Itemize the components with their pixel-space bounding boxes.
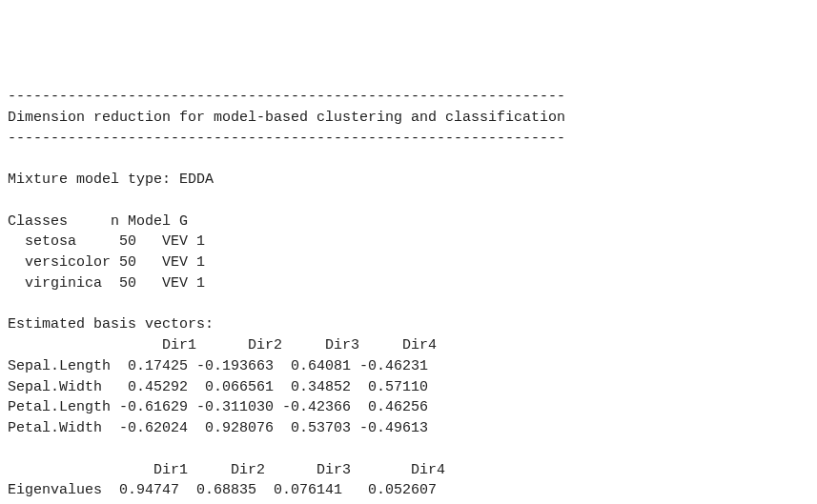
basis-label: Estimated basis vectors: (8, 316, 214, 333)
separator-line: ----------------------------------------… (8, 89, 565, 105)
separator-line: ----------------------------------------… (8, 131, 565, 147)
basis-dir-header: Dir1 Dir2 Dir3 Dir4 (8, 337, 437, 353)
console-output: ----------------------------------------… (8, 87, 809, 504)
classes-header: Classes n Model G (8, 213, 188, 230)
mixture-type-line: Mixture model type: EDDA (8, 171, 214, 188)
stats-dir-header: Dir1 Dir2 Dir3 Dir4 (8, 462, 445, 478)
output-title: Dimension reduction for model-based clus… (8, 110, 565, 126)
